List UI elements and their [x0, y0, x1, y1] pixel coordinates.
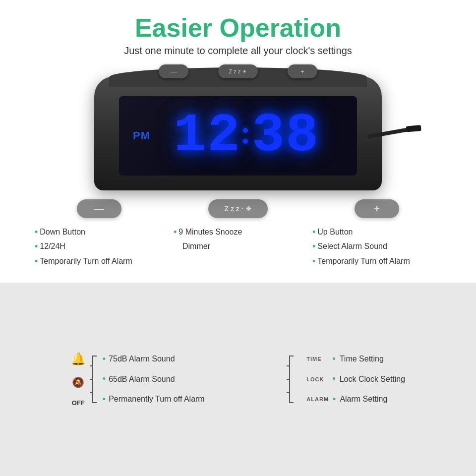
snooze-button-icon: Z z z · ☀ [208, 199, 268, 218]
time-setting-row: TIME • Time Setting [306, 354, 405, 364]
lock-key: LOCK [306, 376, 328, 382]
clock-outer-body: PM 1 2 3 8 [94, 76, 382, 190]
plus-button-icon: + [355, 199, 399, 218]
plus-symbol: + [374, 203, 380, 215]
clock-snooze-button[interactable]: Z z z ☀ [218, 64, 258, 78]
bullet-6: • [312, 240, 315, 253]
dimmer-label: Dimmer [182, 240, 210, 252]
bullet-2: • [35, 240, 38, 253]
feature-12-24h: •12/24H [35, 239, 164, 254]
9min-snooze-label: 9 Minutes Snooze [178, 226, 242, 238]
colon-dot-bottom [243, 139, 248, 144]
bullet-3: • [35, 255, 38, 268]
clock-plus-button[interactable]: + [288, 64, 317, 78]
up-button-label: Up Button [317, 226, 353, 238]
clock-display: PM 1 2 3 8 [119, 96, 357, 176]
12-24h-label: 12/24H [40, 240, 65, 252]
power-cable [367, 127, 412, 139]
bottom-section: 🔔 🔕 OFF • 75dB Alarm Sound [0, 283, 476, 476]
alarm-setting-label: Alarm Setting [340, 395, 387, 404]
alarm-level-labels: • 75dB Alarm Sound • 65dB Alarm Sound • … [103, 352, 205, 407]
bullet-7: • [312, 255, 315, 268]
snooze-button-col: Z z z · ☀ •9 Minutes Snooze Dimmer [174, 199, 302, 253]
alarm-65db-label: 65dB Alarm Sound [109, 375, 175, 384]
feature-select-alarm: •Select Alarm Sound [312, 239, 441, 254]
bullet-alarm: • [333, 394, 336, 405]
minus-symbol: — [94, 203, 104, 215]
alarm-65db-row: • 65dB Alarm Sound [103, 374, 205, 384]
feature-temp-off-left: •Temporarily Turn off Alarm [35, 254, 164, 269]
alarm-icons-col: 🔔 🔕 OFF [71, 352, 86, 407]
plus-features-list: •Up Button •Select Alarm Sound •Temporar… [312, 225, 441, 269]
high-alarm-icon: 🔔 [71, 352, 86, 366]
alarm-75db-row: • 75dB Alarm Sound [103, 354, 205, 364]
lock-setting-row: LOCK • Lock Clock Setting [306, 374, 405, 384]
colon-dot-top [243, 128, 248, 133]
clock-body: — Z z z ☀ + PM 1 2 [94, 66, 382, 185]
bullet-65: • [103, 374, 106, 384]
snooze-icon: Z z z ☀ [229, 68, 247, 75]
plus-button-col: + •Up Button •Select Alarm Sound •Tempor… [312, 199, 441, 269]
page-subtitle: Just one minute to complete all your clo… [124, 45, 352, 57]
settings-bracket-group: TIME • Time Setting LOCK • Lock Clock Se… [287, 352, 405, 407]
bullet-lock: • [332, 374, 335, 384]
feature-down-button: •Down Button [35, 225, 164, 239]
bullet-time: • [332, 354, 335, 364]
bullet-off: • [103, 394, 106, 405]
bullet-1: • [35, 226, 38, 238]
time-key: TIME [306, 356, 328, 362]
off-alarm-icon: OFF [72, 399, 85, 407]
alarm-key: ALARM [306, 396, 329, 402]
header: Easier Operation Just one minute to comp… [124, 0, 352, 61]
feature-temp-off-right: •Temporarily Turn off Alarm [312, 254, 441, 269]
minus-icon: — [171, 68, 177, 75]
clock-section: — Z z z ☀ + PM 1 2 [0, 61, 476, 185]
bullet-5: • [312, 226, 315, 238]
page-title: Easier Operation [124, 14, 352, 42]
minus-button-icon: — [77, 199, 121, 218]
lock-setting-label: Lock Clock Setting [340, 375, 406, 384]
hour-tens: 1 [174, 109, 205, 163]
alarm-off-label: Permanently Turn off Alarm [109, 395, 205, 404]
minute-ones: 8 [286, 109, 317, 163]
right-bracket-svg [287, 352, 301, 407]
down-button-label: Down Button [40, 226, 85, 238]
am-pm-label: PM [133, 129, 150, 142]
hour-ones: 2 [207, 109, 239, 163]
page: Easier Operation Just one minute to comp… [0, 0, 476, 476]
feature-dimmer: Dimmer [174, 239, 302, 253]
temp-off-right-label: Temporarily Turn off Alarm [317, 255, 410, 267]
snooze-symbol: Z z z · ☀ [225, 205, 252, 213]
time-digits: 1 2 3 8 [174, 109, 317, 163]
button-labels-section: — •Down Button •12/24H •Temporarily Turn… [15, 185, 461, 269]
snooze-features-list: •9 Minutes Snooze Dimmer [174, 225, 302, 253]
time-setting-label: Time Setting [340, 355, 384, 363]
select-alarm-label: Select Alarm Sound [317, 240, 387, 252]
left-bracket-svg [89, 352, 99, 407]
minus-features-list: •Down Button •12/24H •Temporarily Turn o… [35, 225, 164, 269]
plus-icon: + [300, 68, 304, 75]
clock-minus-button[interactable]: — [159, 64, 188, 78]
settings-labels: TIME • Time Setting LOCK • Lock Clock Se… [306, 352, 405, 407]
bullet-4: • [174, 226, 177, 238]
alarm-levels-group: 🔔 🔕 OFF • 75dB Alarm Sound [71, 352, 205, 407]
time-colon [243, 128, 248, 144]
minute-tens: 3 [252, 109, 284, 163]
low-alarm-icon: 🔕 [72, 376, 84, 388]
alarm-setting-row: ALARM • Alarm Setting [306, 394, 405, 405]
feature-9min-snooze: •9 Minutes Snooze [174, 225, 302, 239]
minus-button-col: — •Down Button •12/24H •Temporarily Turn… [35, 199, 164, 269]
feature-up-button: •Up Button [312, 225, 441, 239]
clock-buttons: — Z z z ☀ + [94, 64, 382, 78]
alarm-off-row: • Permanently Turn off Alarm [103, 394, 205, 405]
bullet-75: • [103, 354, 106, 364]
alarm-75db-label: 75dB Alarm Sound [109, 355, 175, 363]
temp-off-left-label: Temporarily Turn off Alarm [40, 255, 132, 267]
